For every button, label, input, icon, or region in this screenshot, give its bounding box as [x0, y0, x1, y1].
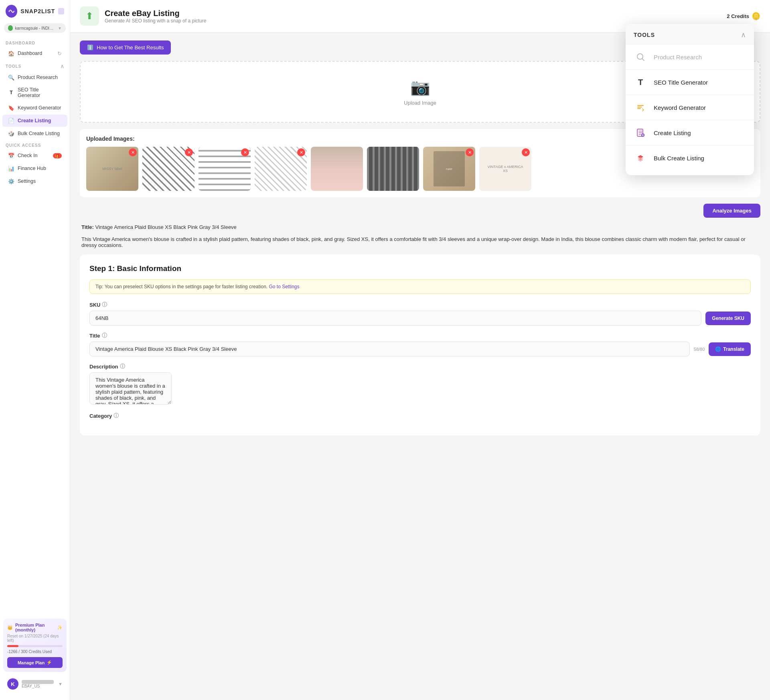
tools-overlay-label-create-listing: Create Listing — [654, 129, 691, 136]
description-input[interactable]: This Vintage America women's blouse is c… — [89, 372, 172, 405]
keyword-icon — [634, 101, 647, 114]
logo-badge — [58, 8, 64, 14]
sidebar-item-seo-title[interactable]: T SEO Title Generator — [2, 84, 67, 101]
sidebar-item-bulk-listing[interactable]: 🎲 Bulk Create Listing — [2, 127, 67, 140]
user-badge-dot — [8, 25, 13, 31]
tools-overlay-close-icon[interactable]: ∧ — [741, 30, 746, 39]
manage-plan-button[interactable]: Manage Plan ⚡ — [7, 657, 63, 668]
credits-count: 2 Credits — [727, 13, 749, 19]
sidebar-item-label: SEO Title Generator — [18, 87, 62, 98]
sparkle-icon: ✨ — [57, 625, 63, 630]
sidebar-item-finance-hub[interactable]: 📊 Finance Hub — [2, 162, 67, 174]
analyze-btn-label: Analyze Images — [712, 208, 752, 214]
remove-image-4[interactable]: ✕ — [297, 148, 305, 156]
category-help-icon[interactable]: ⓘ — [113, 412, 119, 419]
tools-collapse-icon[interactable]: ∧ — [60, 63, 64, 69]
user-badge[interactable]: karmcagsule - INDIVIDUAL ▼ — [4, 23, 66, 33]
translate-label: Translate — [723, 346, 744, 352]
remove-image-7[interactable]: ✕ — [466, 148, 474, 156]
tools-overlay-label-bulk-listing: Bulk Create Listing — [654, 155, 704, 162]
step1-title: Step 1: Basic Information — [89, 264, 751, 273]
tools-overlay-title: TOOLS — [634, 32, 655, 38]
home-icon: 🏠 — [8, 50, 14, 57]
info-circle-icon: ℹ️ — [87, 45, 93, 51]
tools-overlay-item-keyword[interactable]: Keyword Generator — [626, 95, 754, 120]
sku-help-icon[interactable]: ⓘ — [102, 301, 107, 308]
sidebar-item-create-listing[interactable]: 📄 Create Listing — [2, 115, 67, 127]
image-thumb-5 — [311, 147, 363, 191]
tools-header: TOOLS ∧ — [0, 60, 70, 71]
premium-plan-row: 👑 Premium Plan (monthly) ✨ — [7, 623, 63, 632]
tools-overlay-label-keyword: Keyword Generator — [654, 104, 706, 111]
sidebar-item-keyword[interactable]: 🔖 Keyword Generator — [2, 102, 67, 114]
text-icon: T — [8, 89, 14, 96]
sidebar-item-label: Product Research — [18, 75, 58, 80]
quick-access-section-label: QUICK ACCESS — [0, 140, 70, 149]
generate-sku-label: Generate SKU — [712, 316, 744, 321]
tools-overlay-item-seo-title[interactable]: T SEO Title Generator — [626, 70, 754, 95]
title-help-icon[interactable]: ⓘ — [102, 332, 107, 339]
image-thumb-4: ✕ — [255, 147, 307, 191]
image-thumb-2: ✕ — [142, 147, 195, 191]
account-type: EBAY_US — [22, 684, 55, 688]
image-thumb-1: ✕ MISSY label — [86, 147, 138, 191]
title-label-text: Title — [89, 333, 100, 339]
tools-overlay-item-product-research[interactable]: Product Research — [626, 45, 754, 70]
title-input[interactable] — [89, 342, 690, 356]
image-thumb-8: ✕ VINTAGE x AMERICAXS — [479, 147, 531, 191]
category-field-group: Category ⓘ — [89, 412, 751, 419]
how-to-button[interactable]: ℹ️ How to Get The Best Results — [80, 40, 171, 55]
translate-button[interactable]: 🌐 Translate — [709, 342, 751, 356]
account-chevron-icon: ▼ — [58, 682, 63, 686]
sidebar-item-label: Bulk Create Listing — [18, 131, 60, 136]
remove-image-3[interactable]: ✕ — [241, 148, 249, 156]
title-label: Title ⓘ — [89, 332, 751, 339]
remove-image-2[interactable]: ✕ — [185, 148, 193, 156]
logo-area: SNAP2LIST — [0, 5, 70, 23]
header-left: ⬆ Create eBay Listing Generate AI SEO li… — [80, 6, 206, 26]
refresh-icon[interactable]: ↻ — [57, 51, 62, 57]
tools-overlay-header: TOOLS ∧ — [626, 24, 754, 45]
remove-image-1[interactable]: ✕ — [129, 148, 137, 156]
description-help-icon[interactable]: ⓘ — [120, 363, 125, 370]
tip-link[interactable]: Go to Settings — [269, 284, 299, 289]
header-titles: Create eBay Listing Generate AI SEO list… — [105, 9, 206, 24]
credits-bar — [7, 645, 63, 647]
sku-field-row: Generate SKU — [89, 311, 751, 326]
chart-icon: 📊 — [8, 165, 14, 172]
upload-arrow-icon: ⬆ — [85, 10, 93, 22]
tools-section-label: TOOLS — [6, 64, 21, 69]
sidebar-item-label: Create Listing — [18, 118, 51, 123]
dashboard-section-label: DASHBOARD — [0, 38, 70, 47]
bulk-icon: 🎲 — [8, 130, 14, 137]
sidebar-item-check-in[interactable]: 📅 Check In 🎁 — [2, 150, 67, 162]
credits-fill — [7, 645, 18, 647]
tools-overlay: TOOLS ∧ Product Research T SEO Title Gen… — [626, 24, 754, 175]
image-thumb-7: ✕ ruler — [423, 147, 475, 191]
sidebar-item-product-research[interactable]: 🔍 Product Research — [2, 71, 67, 83]
analyze-images-button[interactable]: Analyze Images — [703, 204, 760, 218]
bulk-listing-icon — [634, 151, 647, 165]
result-title-line: Title: Vintage America Plaid Blouse XS B… — [80, 224, 760, 248]
logo-icon — [6, 5, 17, 18]
crown-icon: 👑 — [7, 625, 13, 630]
sidebar-item-dashboard[interactable]: 🏠 Dashboard ↻ — [2, 47, 67, 59]
header-icon: ⬆ — [80, 6, 99, 26]
app-name: SNAP2LIST — [20, 8, 55, 14]
gift-badge: 🎁 — [53, 153, 62, 158]
tag-icon: 🔖 — [8, 105, 14, 111]
account-row[interactable]: K EBAY_US ▼ — [4, 676, 66, 692]
sku-input[interactable] — [89, 311, 701, 326]
account-name — [22, 680, 54, 684]
sidebar-item-settings[interactable]: ⚙️ Settings — [2, 175, 67, 187]
title-field-group: Title ⓘ 58/80 🌐 Translate — [89, 332, 751, 356]
premium-section: 👑 Premium Plan (monthly) ✨ Reset on 1/27… — [3, 619, 67, 672]
remove-image-8[interactable]: ✕ — [522, 148, 530, 156]
title-char-count: 58/80 — [694, 347, 705, 352]
tip-box: Tip: You can preselect SKU options in th… — [89, 279, 751, 294]
step1-section: Step 1: Basic Information Tip: You can p… — [80, 255, 760, 435]
tools-overlay-item-create-listing[interactable]: Create Listing — [626, 120, 754, 146]
generate-sku-button[interactable]: Generate SKU — [705, 312, 751, 325]
tools-overlay-item-bulk-listing[interactable]: Bulk Create Listing — [626, 146, 754, 170]
page-title: Create eBay Listing — [105, 9, 206, 18]
